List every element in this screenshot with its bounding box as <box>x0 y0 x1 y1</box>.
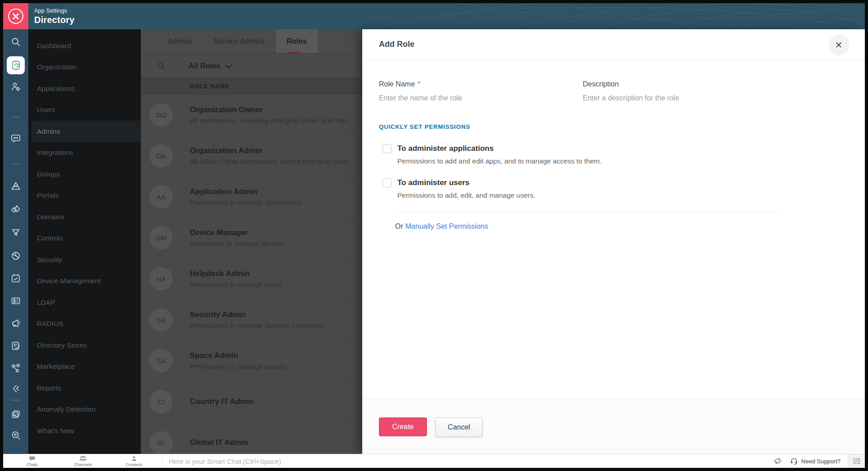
sidebar-item-integrations[interactable]: Integrations <box>28 142 141 164</box>
channels-icon <box>79 456 87 462</box>
rail-divider <box>11 163 20 164</box>
header-titles: App Settings Directory <box>34 3 75 29</box>
cancel-button[interactable]: Cancel <box>435 417 483 437</box>
sidebar-item-directory-stores[interactable]: Directory Stores <box>28 335 141 356</box>
description-input[interactable] <box>583 88 768 107</box>
sidebar-item-ldap[interactable]: LDAP <box>28 292 141 313</box>
globe-icon[interactable] <box>10 250 21 261</box>
app-settings-label: App Settings <box>34 8 75 14</box>
role-description: Permissions to manage applications <box>190 199 301 207</box>
chevron-down-icon <box>225 61 232 68</box>
role-description: Permissions to manage Security operation… <box>190 322 326 330</box>
contacts-tab[interactable]: Contacts <box>108 454 159 468</box>
sidebar-item-controls[interactable]: Controls <box>28 228 141 249</box>
rail-divider <box>11 117 20 118</box>
option-label: To administer applications <box>397 144 494 153</box>
avatar: OA <box>149 144 173 168</box>
tags-icon[interactable] <box>10 409 21 420</box>
rail-divider <box>11 400 20 400</box>
announcement-bell-icon[interactable] <box>767 454 788 468</box>
card-icon[interactable] <box>10 295 21 306</box>
directory-app-icon[interactable] <box>7 56 25 74</box>
sidebar-item-portals[interactable]: Portals <box>28 185 141 207</box>
channels-tab[interactable]: Channels <box>58 454 108 468</box>
roles-filter-label: All Roles <box>189 62 220 70</box>
sidebar-item-users[interactable]: Users <box>28 100 141 121</box>
manual-permissions-row: OrManually Set Permissions <box>395 211 782 231</box>
need-support-label: Need Support? <box>801 458 841 465</box>
sidebar-item-device-management[interactable]: Device Management <box>28 271 141 292</box>
tab-admins[interactable]: Admins <box>157 29 203 53</box>
option-description: Permissions to add and edit apps, and to… <box>397 157 865 165</box>
administer-applications-checkbox[interactable] <box>382 144 391 153</box>
bottombar-right: Need Support? <box>767 454 865 468</box>
activity-icon[interactable] <box>10 181 21 191</box>
role-description: Permission to manage devices <box>190 240 285 248</box>
shapes-icon[interactable] <box>10 204 21 215</box>
header-pattern <box>370 3 865 29</box>
chats-label: Chats <box>27 462 38 467</box>
avatar: DM <box>149 226 173 249</box>
smart-chat-input[interactable] <box>162 457 767 465</box>
sidebar-item-dashboard[interactable]: Dashboard <box>28 35 141 57</box>
role-name: Security Admin <box>190 310 326 319</box>
modal-footer: Create Cancel <box>362 399 865 454</box>
tasks-icon[interactable] <box>10 340 21 351</box>
filter-icon[interactable] <box>10 227 21 238</box>
close-icon[interactable]: ✕ <box>828 35 849 55</box>
roles-filter-dropdown[interactable]: All Roles <box>189 62 230 70</box>
app-window: App Settings Directory <box>0 0 868 471</box>
sidebar-item-groups[interactable]: Groups <box>28 163 141 185</box>
chats-tab[interactable]: Chats <box>7 454 58 468</box>
explore-icon[interactable] <box>10 430 21 441</box>
tab-service-admins[interactable]: Service Admins <box>203 29 276 53</box>
modal-header: Add Role ✕ <box>362 29 865 59</box>
chat-icon[interactable] <box>10 133 21 144</box>
role-name: Organization Owner <box>190 105 348 114</box>
sidebar-item-marketplace[interactable]: Marketplace <box>28 356 141 378</box>
manually-set-permissions-link[interactable]: Manually Set Permissions <box>405 222 488 230</box>
role-description: Permissions to manage users <box>190 281 282 289</box>
planner-icon[interactable] <box>10 273 21 284</box>
tab-roles[interactable]: Roles <box>276 29 318 53</box>
connections-icon[interactable] <box>10 363 21 374</box>
sidebar-item-applications[interactable]: Applications <box>28 78 141 100</box>
sidebar-item-radius[interactable]: RADIUS <box>28 313 141 335</box>
administer-users-option: To administer users Permissions to add, … <box>382 178 865 199</box>
admin-users-icon[interactable] <box>10 82 21 92</box>
role-name-input[interactable] <box>379 88 564 107</box>
contacts-icon <box>131 456 137 462</box>
reader-panel-button[interactable] <box>848 454 865 468</box>
announcement-icon[interactable] <box>10 318 21 329</box>
quick-permissions-title: QUICKLY SET PERMISSIONS <box>379 123 865 130</box>
role-description: All permissions, including changing owne… <box>190 117 348 125</box>
avatar: SA <box>149 308 173 331</box>
avatar: CI <box>149 390 173 413</box>
roles-search-icon[interactable] <box>157 61 166 70</box>
headset-icon <box>790 457 798 465</box>
role-name: Helpdesk Admin <box>190 269 282 278</box>
option-description: Permissions to add, edit, and manage use… <box>397 191 865 199</box>
description-field-group: Description <box>583 80 768 107</box>
add-role-modal: Add Role ✕ Role Name* Description QUICKL… <box>362 29 865 454</box>
administer-users-checkbox[interactable] <box>382 178 391 187</box>
sidebar-item-anomaly-detection[interactable]: Anomaly Detection <box>28 399 141 421</box>
need-support-button[interactable]: Need Support? <box>788 454 848 468</box>
sidebar-item-whats-new[interactable]: What's New <box>28 420 141 442</box>
bookmark-icon[interactable] <box>10 383 21 394</box>
sidebar-item-admins[interactable]: Admins <box>31 121 141 142</box>
administer-applications-option: To administer applications Permissions t… <box>382 144 865 165</box>
channels-label: Channels <box>74 462 92 467</box>
sidebar-item-reports[interactable]: Reports <box>28 377 141 399</box>
sidebar-item-security[interactable]: Security <box>28 249 141 271</box>
search-icon[interactable] <box>10 36 21 47</box>
sidebar-item-organization[interactable]: Organization <box>28 57 141 78</box>
sidebar-item-domains[interactable]: Domains <box>28 206 141 228</box>
zoho-one-close-button[interactable] <box>3 3 28 29</box>
chats-icon <box>29 456 36 462</box>
role-name: Global IT Admin <box>190 438 248 447</box>
role-name: Application Admin <box>190 187 301 196</box>
directory-logo <box>10 59 22 71</box>
avatar: AA <box>149 185 173 208</box>
create-button[interactable]: Create <box>379 417 427 436</box>
